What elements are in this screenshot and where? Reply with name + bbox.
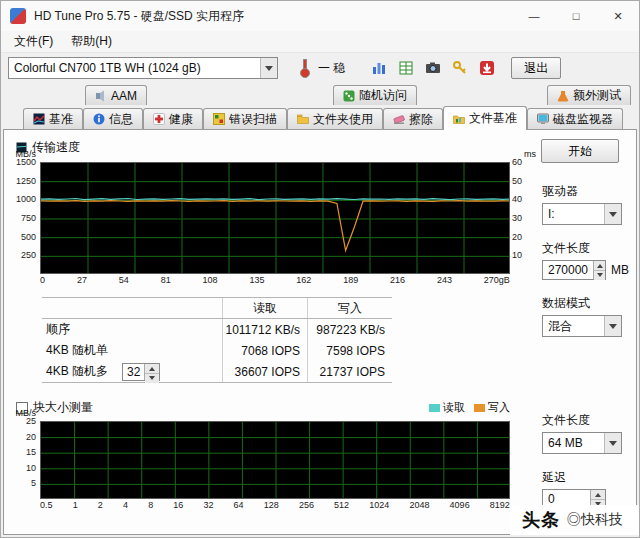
- x-axis-labels: 027 5481 108135 162189 216243 270gB: [40, 275, 510, 285]
- tab-label: AAM: [111, 89, 137, 103]
- chart-title-row: 传输速度: [16, 139, 524, 156]
- file-length2-value: 64 MB: [543, 436, 604, 450]
- spin-down-icon[interactable]: [145, 373, 159, 383]
- info-icon: [93, 113, 105, 125]
- row-label: 顺序: [42, 321, 222, 338]
- title-bar: HD Tune Pro 5.75 - 硬盘/SSD 实用程序 — □ ✕: [1, 1, 639, 31]
- screenshot-camera-icon[interactable]: [423, 58, 443, 78]
- block-size-header: 块大小测量 读取 写入: [16, 399, 510, 416]
- latency-label: 延迟: [542, 469, 566, 486]
- tab-label: 基准: [49, 111, 73, 128]
- health-cross-icon: [153, 113, 165, 125]
- read-legend-label: 读取: [443, 400, 465, 415]
- spin-up-icon[interactable]: [145, 364, 159, 373]
- spin-up-icon[interactable]: [594, 261, 605, 270]
- dice-icon: [343, 90, 355, 102]
- tab-label: 额外测试: [573, 87, 621, 104]
- y-tick-right: 10: [512, 250, 536, 260]
- eraser-icon: [393, 113, 405, 125]
- y-tick: 5: [5, 478, 36, 488]
- watermark-brand: 头条: [522, 508, 560, 532]
- y-tick-right: 20: [512, 232, 536, 242]
- chevron-down-icon[interactable]: [604, 433, 621, 453]
- tab-file-benchmark[interactable]: 文件基准: [443, 106, 527, 130]
- download-update-icon[interactable]: [477, 58, 497, 78]
- block-size-chart: MB/s 25 20 15 10 5: [40, 421, 510, 499]
- toolbar: Colorful CN700 1TB WH (1024 gB) 一 稳 退出: [1, 53, 639, 83]
- queue-depth-value: 32: [123, 364, 144, 380]
- data-mode-dropdown[interactable]: 混合: [542, 315, 622, 337]
- tab-health[interactable]: 健康: [143, 108, 203, 129]
- drive-dropdown[interactable]: I:: [542, 203, 622, 225]
- read-column-header: 读取: [222, 298, 307, 318]
- read-value: 7068 IOPS: [222, 340, 307, 361]
- keys-icon[interactable]: [450, 58, 470, 78]
- table-row-sequential: 顺序 1011712 KB/s 987223 KB/s: [42, 319, 392, 340]
- drive-dropdown-value: I:: [543, 207, 604, 221]
- chart-legend: 读取 写入: [429, 400, 510, 415]
- tab-info[interactable]: 信息: [83, 108, 143, 129]
- tab-disk-monitor[interactable]: 磁盘监视器: [527, 108, 623, 129]
- write-value: 21737 IOPS: [307, 361, 392, 382]
- y-tick: 1500: [5, 157, 36, 167]
- app-icon: [10, 8, 26, 24]
- tab-row-secondary: AAM 随机访问 额外测试: [1, 83, 639, 105]
- drive-label: 驱动器: [542, 183, 578, 200]
- read-legend-swatch: [429, 404, 440, 412]
- tab-aam[interactable]: AAM: [85, 85, 147, 105]
- exit-button[interactable]: 退出: [511, 57, 561, 79]
- start-button[interactable]: 开始: [541, 139, 619, 163]
- file-length-unit: MB: [611, 263, 629, 277]
- y-tick: 1000: [5, 194, 36, 204]
- tab-random-access[interactable]: 随机访问: [333, 85, 417, 105]
- tab-erase[interactable]: 擦除: [383, 108, 443, 129]
- queue-depth-spinner[interactable]: 32: [122, 363, 160, 381]
- file-benchmark-page: 传输速度 MB/s ms 1500 1250 1000 750 500 250 …: [3, 129, 637, 535]
- table-row-4k-multi: 4KB 随机多 32 36607 IOPS 21737 IOPS: [42, 361, 392, 382]
- transfer-speed-plot: [40, 162, 510, 274]
- close-icon[interactable]: ✕: [597, 1, 639, 31]
- write-value: 7598 IOPS: [307, 340, 392, 361]
- tab-extra-tests[interactable]: 额外测试: [547, 85, 631, 105]
- spin-up-icon[interactable]: [591, 490, 605, 499]
- export-csv-icon[interactable]: [396, 58, 416, 78]
- block-size-section: 块大小测量 读取 写入 MB/s 25 20 15 10 5: [4, 399, 524, 510]
- menu-file[interactable]: 文件(F): [5, 31, 62, 52]
- tab-folder-usage[interactable]: 文件夹使用: [287, 108, 383, 129]
- disk-monitor-icon: [537, 113, 549, 125]
- watermark-handle: ◎快科技: [567, 511, 623, 529]
- block-size-plot: [40, 421, 510, 499]
- y-tick: 1250: [5, 176, 36, 186]
- tab-label: 磁盘监视器: [553, 111, 613, 128]
- tab-label: 随机访问: [359, 87, 407, 104]
- spinner-buttons: [144, 364, 159, 380]
- tab-label: 健康: [169, 111, 193, 128]
- file-length-label: 文件长度: [542, 240, 590, 257]
- maximize-icon[interactable]: □: [555, 1, 597, 31]
- spin-down-icon[interactable]: [594, 270, 605, 280]
- write-legend-label: 写入: [488, 400, 510, 415]
- data-mode-label: 数据模式: [542, 295, 590, 312]
- menu-help[interactable]: 帮助(H): [62, 31, 121, 52]
- tab-benchmark[interactable]: 基准: [23, 108, 83, 129]
- row-label: 4KB 随机多: [46, 363, 108, 380]
- chevron-down-icon[interactable]: [260, 58, 277, 78]
- transfer-speed-chart: MB/s ms 1500 1250 1000 750 500 250 60 50…: [40, 162, 510, 274]
- error-scan-icon: [213, 113, 225, 125]
- chevron-down-icon[interactable]: [604, 204, 621, 224]
- temperature-readout: 一 稳: [318, 60, 345, 77]
- drive-select[interactable]: Colorful CN700 1TB WH (1024 gB): [8, 57, 278, 79]
- file-benchmark-icon: [453, 113, 465, 125]
- results-header-row: 读取 写入: [42, 298, 392, 319]
- file-length2-dropdown[interactable]: 64 MB: [542, 432, 622, 454]
- tab-error-scan[interactable]: 错误扫描: [203, 108, 287, 129]
- flask-icon: [557, 90, 569, 102]
- minimize-icon[interactable]: —: [513, 1, 555, 31]
- chevron-down-icon[interactable]: [604, 316, 621, 336]
- benchmark-icon: [33, 113, 45, 125]
- copy-results-icon[interactable]: [369, 58, 389, 78]
- y-tick-right: 50: [512, 176, 536, 186]
- write-legend-swatch: [474, 404, 485, 412]
- file-length-spinner[interactable]: 270000: [542, 260, 606, 280]
- toolbar-icons: [369, 58, 497, 78]
